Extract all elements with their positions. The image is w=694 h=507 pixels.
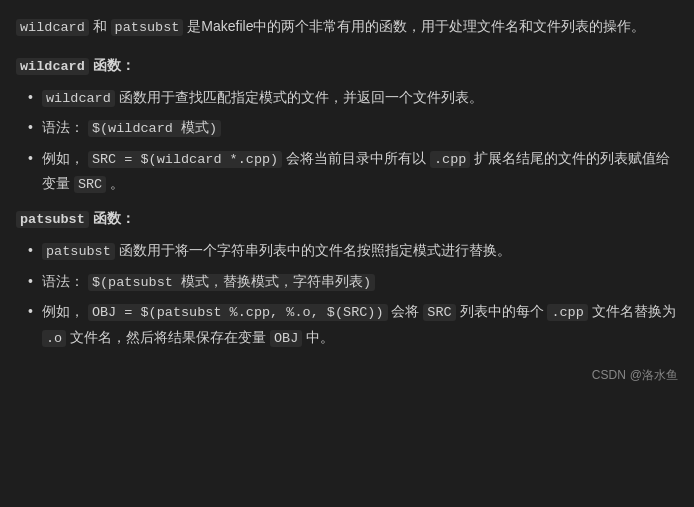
wildcard-bullet-list: wildcard 函数用于查找匹配指定模式的文件，并返回一个文件列表。 语法： … [16, 85, 678, 198]
intro-text-mid: 和 [93, 18, 111, 34]
wildcard-b1-text: 函数用于查找匹配指定模式的文件，并返回一个文件列表。 [119, 89, 483, 105]
wildcard-section: wildcard 函数： wildcard 函数用于查找匹配指定模式的文件，并返… [16, 54, 678, 197]
wildcard-b3-text-mid: 会将当前目录中所有以 [286, 150, 430, 166]
patsubst-b3-code3: .cpp [547, 304, 587, 321]
wildcard-section-title: wildcard 函数： [16, 54, 678, 79]
patsubst-b3-code5: OBJ [270, 330, 302, 347]
wildcard-title-suffix: 函数： [93, 57, 135, 73]
patsubst-bullet-list: patsubst 函数用于将一个字符串列表中的文件名按照指定模式进行替换。 语法… [16, 238, 678, 351]
patsubst-title-suffix: 函数： [93, 210, 135, 226]
intro-wildcard-code: wildcard [16, 19, 89, 36]
wildcard-bullet-2: 语法： $(wildcard 模式) [26, 115, 678, 141]
footer-author: @洛水鱼 [630, 365, 678, 385]
wildcard-b3-code2: .cpp [430, 151, 470, 168]
patsubst-bullet-2: 语法： $(patsubst 模式，替换模式，字符串列表) [26, 269, 678, 295]
patsubst-b3-text-end: 中。 [306, 329, 334, 345]
patsubst-bullet-1: patsubst 函数用于将一个字符串列表中的文件名按照指定模式进行替换。 [26, 238, 678, 264]
wildcard-b2-prefix: 语法： [42, 119, 84, 135]
patsubst-b2-prefix: 语法： [42, 273, 84, 289]
patsubst-section-title: patsubst 函数： [16, 207, 678, 232]
patsubst-b3-text-mid: 会将 [391, 303, 423, 319]
patsubst-b3-text-mid4: 文件名，然后将结果保存在变量 [70, 329, 270, 345]
wildcard-b3-code3: SRC [74, 176, 106, 193]
patsubst-title-code: patsubst [16, 211, 89, 228]
patsubst-b1-code: patsubst [42, 243, 115, 260]
patsubst-b3-code1: OBJ = $(patsubst %.cpp, %.o, $(SRC)) [88, 304, 388, 321]
patsubst-b1-text: 函数用于将一个字符串列表中的文件名按照指定模式进行替换。 [119, 242, 511, 258]
wildcard-bullet-1: wildcard 函数用于查找匹配指定模式的文件，并返回一个文件列表。 [26, 85, 678, 111]
wildcard-b3-text-end: 。 [110, 175, 124, 191]
wildcard-b3-prefix: 例如， [42, 150, 84, 166]
patsubst-bullet-3: 例如， OBJ = $(patsubst %.cpp, %.o, $(SRC))… [26, 299, 678, 350]
patsubst-b3-code2: SRC [423, 304, 455, 321]
wildcard-b1-code: wildcard [42, 90, 115, 107]
wildcard-b3-code1: SRC = $(wildcard *.cpp) [88, 151, 282, 168]
patsubst-b3-text-mid3: 文件名替换为 [592, 303, 676, 319]
intro-paragraph: wildcard 和 patsubst 是Makefile中的两个非常有用的函数… [16, 14, 678, 40]
patsubst-b3-text-mid2: 列表中的每个 [460, 303, 548, 319]
patsubst-b3-prefix: 例如， [42, 303, 84, 319]
wildcard-title-code: wildcard [16, 58, 89, 75]
patsubst-b3-code4: .o [42, 330, 66, 347]
patsubst-section: patsubst 函数： patsubst 函数用于将一个字符串列表中的文件名按… [16, 207, 678, 350]
intro-patsubst-code: patsubst [111, 19, 184, 36]
intro-text-after: 是Makefile中的两个非常有用的函数，用于处理文件名和文件列表的操作。 [187, 18, 645, 34]
wildcard-bullet-3: 例如， SRC = $(wildcard *.cpp) 会将当前目录中所有以 .… [26, 146, 678, 197]
patsubst-b2-code: $(patsubst 模式，替换模式，字符串列表) [88, 274, 375, 291]
footer: CSDN @洛水鱼 [16, 365, 678, 385]
footer-platform: CSDN [592, 365, 626, 385]
wildcard-b2-code: $(wildcard 模式) [88, 120, 221, 137]
